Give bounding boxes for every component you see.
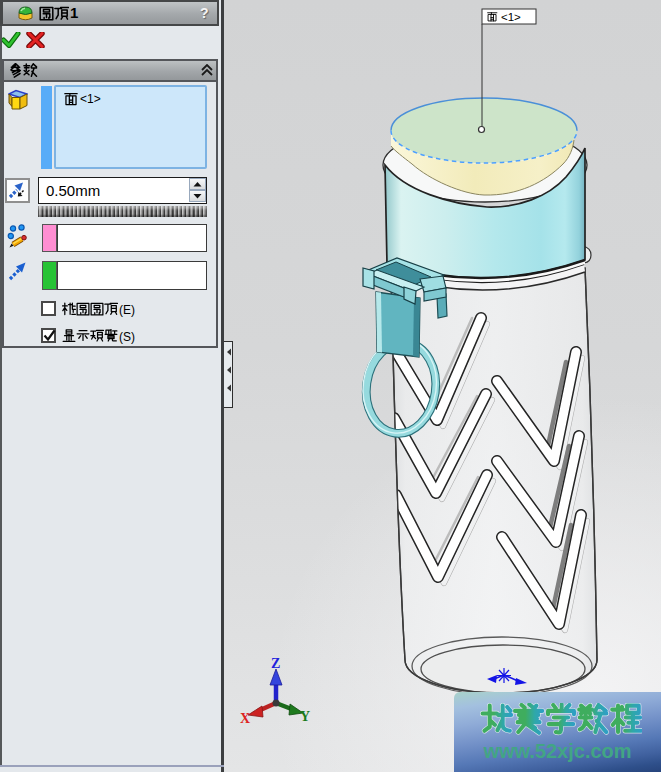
svg-text:X: X [240, 711, 250, 726]
svg-text:<1>: <1> [501, 11, 521, 23]
svg-text:Y: Y [300, 709, 310, 724]
svg-text:Z: Z [271, 656, 280, 671]
